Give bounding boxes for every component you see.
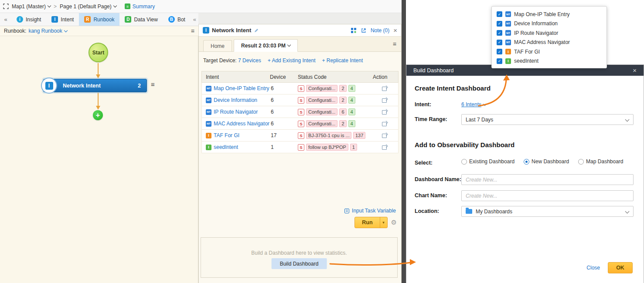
ok-button[interactable]: OK bbox=[608, 262, 633, 273]
run-button[interactable]: Run bbox=[355, 217, 379, 228]
result-tabs: Home Result 2 03:03 PM ≡ bbox=[199, 37, 401, 52]
start-node-label: Start bbox=[92, 50, 104, 56]
tab-result[interactable]: Result 2 03:03 PM bbox=[234, 39, 298, 52]
start-node[interactable]: Start bbox=[89, 43, 108, 62]
view-result-icon[interactable] bbox=[382, 145, 388, 150]
intent-checkbox-item-ip-route-navigator[interactable]: ✓ NIT IP Route Navigator bbox=[492, 28, 607, 38]
time-range-label: Time Range: bbox=[415, 116, 447, 122]
intent-checkbox-item-seedintent[interactable]: ✓ I seedIntent bbox=[492, 57, 607, 66]
table-row: NIT Device Information 6 S Configurati..… bbox=[201, 94, 399, 106]
status-pass-badge[interactable]: 4 bbox=[348, 97, 355, 104]
status-text-chip[interactable]: Configurati... bbox=[306, 120, 337, 127]
status-count-badge[interactable]: 2 bbox=[339, 85, 346, 92]
intent-link[interactable]: TAF For GI bbox=[214, 132, 239, 138]
build-dashboard-modal: Build Dashboard × Create Intent Dashboar… bbox=[406, 64, 644, 283]
toolbar-tab-insight[interactable]: i Insight bbox=[11, 13, 46, 26]
dashboard-placeholder-box: Build a Dashboard here to view statistic… bbox=[201, 237, 398, 278]
toolbar-tab-bot[interactable]: B Bot bbox=[163, 13, 191, 26]
toolbar-tab-runbook[interactable]: R Runbook bbox=[79, 13, 119, 26]
export-icon[interactable] bbox=[361, 27, 367, 34]
intent-checkbox-item-device-information[interactable]: ✓ NIT Device Information bbox=[492, 19, 607, 29]
checkbox-checked-icon[interactable]: ✓ bbox=[497, 11, 502, 17]
dashboard-name-input[interactable] bbox=[461, 174, 634, 185]
intent-checkbox-item-mac-address-navigator[interactable]: ✓ NIT MAC Address Navigator bbox=[492, 38, 607, 47]
status-text-chip[interactable]: BJ-3750-1 cpu is ... bbox=[306, 132, 351, 139]
checkbox-checked-icon[interactable]: ✓ bbox=[497, 30, 502, 36]
target-device-link[interactable]: 7 Devices bbox=[238, 57, 261, 64]
status-text-chip[interactable]: Configurati... bbox=[306, 108, 337, 115]
toolbar-tab-intent[interactable]: I Intent bbox=[46, 13, 79, 26]
close-button[interactable]: Close bbox=[586, 265, 600, 271]
view-result-icon[interactable] bbox=[382, 109, 388, 115]
intent-checkbox-item-taf-for-gi[interactable]: ✓ I TAF For GI bbox=[492, 47, 607, 57]
time-range-select[interactable]: Last 7 Days bbox=[461, 114, 634, 125]
intent-checkbox-item-map-one-ip-table-entry[interactable]: ✓ NIT Map One-IP Table Entry bbox=[492, 10, 607, 19]
page-selector[interactable]: Page 1 (Default Page) bbox=[60, 3, 116, 10]
status-pass-badge[interactable]: 4 bbox=[348, 108, 355, 115]
radio-existing-dashboard[interactable]: Existing Dashboard bbox=[461, 158, 515, 165]
checkbox-checked-icon[interactable]: ✓ bbox=[497, 58, 502, 64]
status-pass-badge[interactable]: 4 bbox=[348, 120, 355, 127]
view-result-icon[interactable] bbox=[382, 98, 388, 103]
status-count-badge[interactable]: 2 bbox=[339, 97, 346, 104]
radio-map-dashboard[interactable]: Map Dashboard bbox=[578, 158, 623, 165]
toolbar-tab-data-view[interactable]: D Data View bbox=[119, 13, 163, 26]
runbook-name-selector[interactable]: kang Runbook bbox=[28, 28, 67, 34]
view-result-icon[interactable] bbox=[382, 86, 388, 91]
status-count-badge[interactable]: 1 bbox=[350, 144, 357, 151]
runbook-menu-icon[interactable]: ≡ bbox=[191, 27, 194, 34]
network-intent-node[interactable]: I Network Intent 2 bbox=[43, 79, 147, 92]
collapse-panel-icon[interactable]: « bbox=[0, 13, 11, 26]
tab-home[interactable]: Home bbox=[203, 40, 232, 51]
status-s-icon: S bbox=[298, 109, 304, 115]
map-selector[interactable]: Map1 (Master) bbox=[12, 3, 51, 10]
edit-title-icon[interactable] bbox=[254, 28, 259, 33]
status-count-badge[interactable]: 6 bbox=[339, 108, 346, 115]
add-to-dashboard-icon[interactable] bbox=[351, 27, 357, 34]
tabs-menu-icon[interactable]: ≡ bbox=[393, 40, 396, 47]
status-text-chip[interactable]: Configurati... bbox=[306, 85, 337, 92]
checkbox-checked-icon[interactable]: ✓ bbox=[497, 40, 502, 45]
status-count-badge[interactable]: 137 bbox=[353, 132, 365, 139]
panel-title: Network Intent bbox=[212, 27, 251, 34]
status-pass-badge[interactable]: 4 bbox=[348, 85, 355, 92]
checkbox-checked-icon[interactable]: ✓ bbox=[497, 49, 502, 54]
radio-label: Map Dashboard bbox=[586, 158, 623, 165]
status-code-cell: S BJ-3750-1 cpu is ... 137 bbox=[298, 132, 373, 139]
intent-link[interactable]: IP Route Navigator bbox=[214, 109, 258, 115]
intent-link[interactable]: MAC Address Navigator bbox=[214, 121, 269, 127]
input-task-variable-link[interactable]: Input Task Variable bbox=[344, 208, 396, 214]
status-count-badge[interactable]: 2 bbox=[339, 120, 346, 127]
status-text-chip[interactable]: Configurati... bbox=[306, 97, 337, 104]
chart-name-input[interactable] bbox=[461, 190, 634, 201]
intents-selector-link[interactable]: 6 Intents bbox=[461, 101, 486, 108]
view-result-icon[interactable] bbox=[382, 121, 388, 126]
replicate-intent-button[interactable]: + Replicate Intent bbox=[322, 57, 363, 64]
note-button[interactable]: Note (0) bbox=[371, 27, 389, 34]
view-result-icon[interactable] bbox=[382, 133, 388, 138]
expand-icon[interactable] bbox=[3, 3, 9, 9]
settings-gear-icon[interactable]: ⚙ bbox=[391, 219, 397, 226]
intent-link[interactable]: Device Information bbox=[214, 97, 257, 103]
device-count: 1 bbox=[270, 144, 298, 150]
radio-new-dashboard[interactable]: New Dashboard bbox=[524, 158, 569, 165]
runbook-canvas[interactable]: Start I Network Intent 2 ≡ + bbox=[0, 36, 198, 283]
intent-link[interactable]: Map One-IP Table Entry bbox=[214, 85, 269, 91]
add-step-button[interactable]: + bbox=[93, 110, 103, 120]
run-controls: Run ▾ ⚙ bbox=[354, 217, 397, 228]
intent-node-icon: I bbox=[41, 77, 57, 94]
close-panel-icon[interactable]: × bbox=[393, 27, 397, 34]
status-text-chip[interactable]: follow up BJ*POP bbox=[306, 144, 348, 151]
close-modal-icon[interactable]: × bbox=[633, 67, 637, 74]
checkbox-checked-icon[interactable]: ✓ bbox=[497, 21, 502, 27]
summary-button[interactable]: ≡ Summary bbox=[125, 3, 155, 10]
intent-link[interactable]: seedIntent bbox=[214, 144, 238, 150]
scroll-left-icon[interactable]: « bbox=[193, 13, 198, 26]
panel-gutter bbox=[198, 13, 402, 24]
add-existing-intent-button[interactable]: + Add Existing Intent bbox=[268, 57, 316, 64]
build-dashboard-button[interactable]: Build Dashboard bbox=[272, 258, 327, 269]
location-select[interactable]: My Dashboards bbox=[461, 206, 634, 217]
run-options-icon[interactable]: ▾ bbox=[380, 217, 387, 228]
node-count-badge: 2 bbox=[138, 79, 141, 92]
node-menu-icon[interactable]: ≡ bbox=[151, 81, 155, 88]
